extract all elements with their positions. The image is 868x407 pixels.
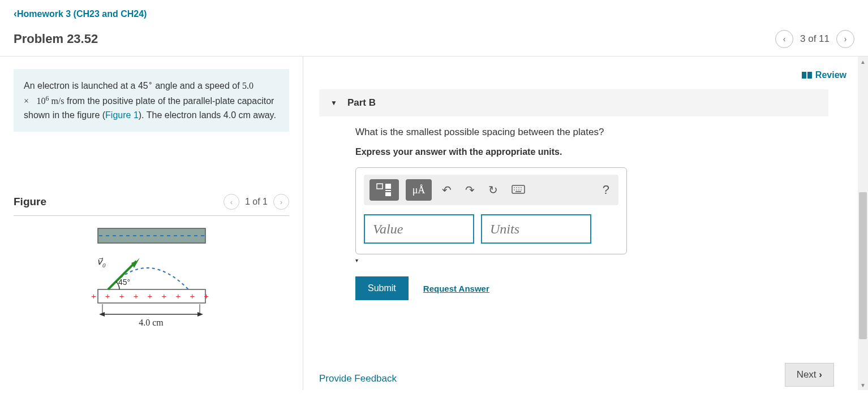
- svg-rect-16: [807, 72, 812, 79]
- figure-prev-button[interactable]: ‹: [224, 194, 239, 210]
- svg-text:+ + + + + + + + + + +: + + + + + + + + + + +: [87, 291, 217, 301]
- problem-position: 3 of 11: [800, 33, 830, 45]
- problem-description: An electron is launched at a 45∘ angle a…: [14, 69, 289, 132]
- svg-rect-20: [385, 192, 391, 196]
- answer-toolbar: μÅ ↶ ↷ ↻ ?: [364, 175, 618, 205]
- part-label: Part B: [347, 97, 376, 109]
- page-title: Problem 23.52: [14, 32, 98, 46]
- desc-text: ). The electron lands 4.0 cm away.: [139, 110, 276, 120]
- next-problem-button[interactable]: ›: [836, 30, 854, 48]
- request-answer-link[interactable]: Request Answer: [423, 284, 489, 293]
- desc-text: An electron is launched at a 45: [24, 81, 148, 90]
- scroll-thumb[interactable]: [859, 192, 867, 339]
- desc-text: angle and a speed of: [153, 81, 242, 90]
- units-symbol-button[interactable]: μÅ: [406, 179, 432, 201]
- svg-rect-15: [802, 72, 806, 79]
- svg-rect-17: [377, 184, 383, 189]
- book-icon: [802, 71, 812, 81]
- svg-rect-21: [512, 185, 525, 193]
- degree-symbol: ∘: [148, 79, 153, 87]
- desc-text: 10: [36, 96, 45, 106]
- review-label: Review: [815, 70, 846, 80]
- figure-diagram: + + + + + + + + + + + v⃗ 0 45° 4.0 cm: [14, 216, 289, 339]
- figure-count: 1 of 1: [245, 197, 268, 207]
- chevron-right-icon: ›: [819, 369, 822, 380]
- value-input[interactable]: [364, 214, 474, 244]
- svg-text:4.0 cm: 4.0 cm: [139, 318, 164, 327]
- svg-marker-10: [99, 312, 105, 317]
- breadcrumb-back[interactable]: ‹Homework 3 (CH23 and CH24): [14, 9, 147, 19]
- answer-area: μÅ ↶ ↷ ↻ ?: [355, 167, 627, 254]
- collapse-caret-icon: ▼: [330, 99, 337, 107]
- breadcrumb-label: Homework 3 (CH23 and CH24): [17, 9, 147, 19]
- scroll-up-icon[interactable]: ▲: [858, 57, 868, 67]
- svg-marker-11: [197, 312, 203, 317]
- svg-text:0: 0: [102, 262, 106, 269]
- svg-text:45°: 45°: [118, 278, 130, 287]
- figure-link[interactable]: Figure 1: [105, 110, 139, 120]
- fraction-template-button[interactable]: [369, 179, 399, 201]
- units-input[interactable]: [481, 214, 591, 244]
- submit-button[interactable]: Submit: [355, 276, 409, 300]
- question-instruction: Express your answer with the appropriate…: [355, 147, 828, 157]
- part-header[interactable]: ▼ Part B: [319, 89, 828, 116]
- scroll-down-icon[interactable]: ▼: [858, 380, 868, 390]
- keyboard-icon[interactable]: [508, 181, 528, 199]
- cursor-marker: ▾: [355, 257, 358, 265]
- prev-problem-button[interactable]: ‹: [775, 30, 793, 48]
- vertical-scrollbar[interactable]: ▲ ▼: [858, 57, 868, 390]
- undo-icon[interactable]: ↶: [439, 181, 455, 199]
- figure-title: Figure: [14, 196, 46, 208]
- help-icon[interactable]: ?: [599, 180, 613, 200]
- next-label: Next: [797, 369, 819, 380]
- question-text: What is the smallest possible spacing be…: [355, 127, 828, 138]
- next-button[interactable]: Next ›: [785, 363, 834, 387]
- desc-text: m/s: [49, 96, 64, 106]
- figure-next-button[interactable]: ›: [273, 194, 289, 210]
- svg-rect-18: [385, 184, 391, 189]
- review-link[interactable]: Review: [802, 70, 846, 80]
- provide-feedback-link[interactable]: Provide Feedback: [319, 373, 397, 384]
- redo-icon[interactable]: ↷: [462, 181, 478, 199]
- problem-nav: ‹ 3 of 11 ›: [775, 30, 854, 48]
- reset-icon[interactable]: ↻: [485, 181, 501, 199]
- figure-nav: ‹ 1 of 1 ›: [224, 194, 289, 210]
